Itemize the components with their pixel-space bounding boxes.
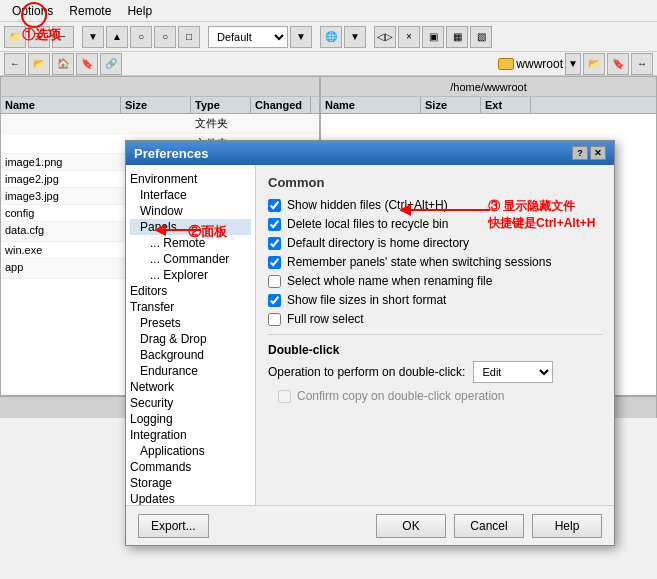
dialog-title: Preferences bbox=[134, 146, 208, 161]
toolbar-nav5-btn[interactable]: ▧ bbox=[470, 26, 492, 48]
select-whole-checkbox[interactable] bbox=[268, 275, 281, 288]
tree-item-remote[interactable]: ... Remote bbox=[130, 235, 251, 251]
toolbar: 📁 + − ▼ ▲ ○ ○ □ Default ▼ 🌐 ▼ ◁▷ × ▣ ▦ ▧ bbox=[0, 22, 657, 52]
right-path-bar: /home/wwwroot bbox=[321, 77, 656, 97]
toolbar-profile-select[interactable]: Default bbox=[208, 26, 288, 48]
tree-item-window[interactable]: Window bbox=[130, 203, 251, 219]
toolbar-nav3-btn[interactable]: ▣ bbox=[422, 26, 444, 48]
toolbar-nav1-btn[interactable]: ◁▷ bbox=[374, 26, 396, 48]
tree-item-panels[interactable]: Panels bbox=[130, 219, 251, 235]
tree-item-endurance[interactable]: Endurance bbox=[130, 363, 251, 379]
toolbar-bookmark-btn[interactable]: 🔖 bbox=[76, 53, 98, 75]
tree-item-commander[interactable]: ... Commander bbox=[130, 251, 251, 267]
tree-item-background[interactable]: Background bbox=[130, 347, 251, 363]
full-row-checkbox[interactable] bbox=[268, 313, 281, 326]
toolbar-drop2-btn[interactable]: ▼ bbox=[344, 26, 366, 48]
toolbar-home-btn[interactable]: 🏠 bbox=[52, 53, 74, 75]
divider bbox=[268, 334, 602, 335]
remember-state-checkbox[interactable] bbox=[268, 256, 281, 269]
toolbar-globe-btn[interactable]: 🌐 bbox=[320, 26, 342, 48]
delete-recycle-checkbox[interactable] bbox=[268, 218, 281, 231]
right-folder-name: wwwroot bbox=[516, 57, 563, 71]
right-bookmark2-btn[interactable]: 🔖 bbox=[607, 53, 629, 75]
dialog-titlebar-buttons: ? ✕ bbox=[572, 146, 606, 160]
export-button[interactable]: Export... bbox=[138, 514, 209, 538]
tree-item-network[interactable]: Network bbox=[130, 379, 251, 395]
tree-item-presets[interactable]: Presets bbox=[130, 315, 251, 331]
col-ext-r: Ext bbox=[481, 97, 531, 113]
short-format-label: Show file sizes in short format bbox=[287, 293, 446, 307]
right-path-text: /home/wwwroot bbox=[450, 81, 526, 93]
toolbar-remove-btn[interactable]: − bbox=[52, 26, 74, 48]
toolbar-link-btn[interactable]: 🔗 bbox=[100, 53, 122, 75]
tree-item-explorer[interactable]: ... Explorer bbox=[130, 267, 251, 283]
toolbar-add-btn[interactable]: + bbox=[28, 26, 50, 48]
toolbar-square-btn[interactable]: □ bbox=[178, 26, 200, 48]
right-folder2-btn[interactable]: 📂 bbox=[583, 53, 605, 75]
footer-right: OK Cancel Help bbox=[376, 514, 602, 538]
confirm-row: Confirm copy on double-click operation bbox=[268, 389, 602, 403]
table-row[interactable]: 文件夹 bbox=[1, 114, 319, 134]
toolbar-folder-btn[interactable]: 📂 bbox=[28, 53, 50, 75]
tree-item-storage[interactable]: Storage bbox=[130, 475, 251, 491]
toolbar-back-btn[interactable]: ← bbox=[4, 53, 26, 75]
double-click-title: Double-click bbox=[268, 343, 602, 357]
folder-icon bbox=[498, 58, 514, 70]
tree-item-logging[interactable]: Logging bbox=[130, 411, 251, 427]
delete-recycle-label: Delete local files to recycle bin bbox=[287, 217, 448, 231]
checkbox-row-4: Remember panels' state when switching se… bbox=[268, 255, 602, 269]
tree-item-integration[interactable]: Integration bbox=[130, 427, 251, 443]
preferences-dialog: Preferences ? ✕ Environment Interface Wi… bbox=[125, 140, 615, 546]
tree-item-interface[interactable]: Interface bbox=[130, 187, 251, 203]
dialog-footer: Export... OK Cancel Help bbox=[126, 505, 614, 545]
menu-options[interactable]: Options bbox=[4, 2, 61, 20]
tree-item-commands[interactable]: Commands bbox=[130, 459, 251, 475]
toolbar-circle2-btn[interactable]: ○ bbox=[154, 26, 176, 48]
tree-item-applications[interactable]: Applications bbox=[130, 443, 251, 459]
right-path-controls: wwwroot ▼ 📂 🔖 ↔ bbox=[498, 53, 653, 75]
help-button[interactable]: Help bbox=[532, 514, 602, 538]
toolbar-nav2-btn[interactable]: × bbox=[398, 26, 420, 48]
dialog-help-btn[interactable]: ? bbox=[572, 146, 588, 160]
default-dir-label: Default directory is home directory bbox=[287, 236, 469, 250]
checkbox-row-1: Show hidden files (Ctrl+Alt+H) bbox=[268, 198, 602, 212]
checkbox-row-2: Delete local files to recycle bin bbox=[268, 217, 602, 231]
toolbar-up-btn[interactable]: ▲ bbox=[106, 26, 128, 48]
tree-item-transfer[interactable]: Transfer bbox=[130, 299, 251, 315]
col-name-r: Name bbox=[321, 97, 421, 113]
content-panel: Common Show hidden files (Ctrl+Alt+H) De… bbox=[256, 165, 614, 505]
default-dir-checkbox[interactable] bbox=[268, 237, 281, 250]
right-panel-header: Name Size Ext bbox=[321, 97, 656, 114]
toolbar-down-btn[interactable]: ▼ bbox=[82, 26, 104, 48]
col-type: Type bbox=[191, 97, 251, 113]
show-hidden-label: Show hidden files (Ctrl+Alt+H) bbox=[287, 198, 448, 212]
full-row-label: Full row select bbox=[287, 312, 364, 326]
operation-select[interactable]: Edit bbox=[473, 361, 553, 383]
checkbox-row-6: Show file sizes in short format bbox=[268, 293, 602, 307]
tree-item-environment[interactable]: Environment bbox=[130, 171, 251, 187]
toolbar-dropdown-btn[interactable]: ▼ bbox=[290, 26, 312, 48]
checkbox-row-5: Select whole name when renaming file bbox=[268, 274, 602, 288]
tree-item-editors[interactable]: Editors bbox=[130, 283, 251, 299]
app-window: Options Remote Help 📁 + − ▼ ▲ ○ ○ □ Defa… bbox=[0, 0, 657, 579]
left-path-bar bbox=[1, 77, 319, 97]
double-click-section: Double-click Operation to perform on dou… bbox=[268, 343, 602, 403]
dialog-body: Environment Interface Window Panels ... … bbox=[126, 165, 614, 505]
dialog-close-btn[interactable]: ✕ bbox=[590, 146, 606, 160]
ok-button[interactable]: OK bbox=[376, 514, 446, 538]
tree-item-dragdrop[interactable]: Drag & Drop bbox=[130, 331, 251, 347]
right-dropdown-btn[interactable]: ▼ bbox=[565, 53, 581, 75]
short-format-checkbox[interactable] bbox=[268, 294, 281, 307]
tree-item-security[interactable]: Security bbox=[130, 395, 251, 411]
footer-left: Export... bbox=[138, 514, 209, 538]
menu-help[interactable]: Help bbox=[119, 2, 160, 20]
right-nav-btn[interactable]: ↔ bbox=[631, 53, 653, 75]
cancel-button[interactable]: Cancel bbox=[454, 514, 524, 538]
show-hidden-checkbox[interactable] bbox=[268, 199, 281, 212]
toolbar-nav4-btn[interactable]: ▦ bbox=[446, 26, 468, 48]
toolbar-new-btn[interactable]: 📁 bbox=[4, 26, 26, 48]
menu-remote[interactable]: Remote bbox=[61, 2, 119, 20]
tree-item-updates[interactable]: Updates bbox=[130, 491, 251, 505]
operation-row: Operation to perform on double-click: Ed… bbox=[268, 361, 602, 383]
toolbar-circle1-btn[interactable]: ○ bbox=[130, 26, 152, 48]
